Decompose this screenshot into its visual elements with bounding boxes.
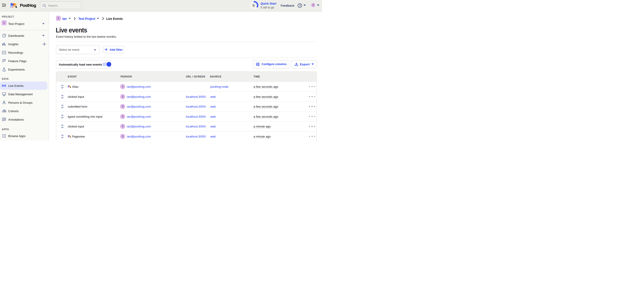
svg-text:?: ? — [299, 4, 301, 7]
svg-text:5: 5 — [252, 4, 254, 7]
